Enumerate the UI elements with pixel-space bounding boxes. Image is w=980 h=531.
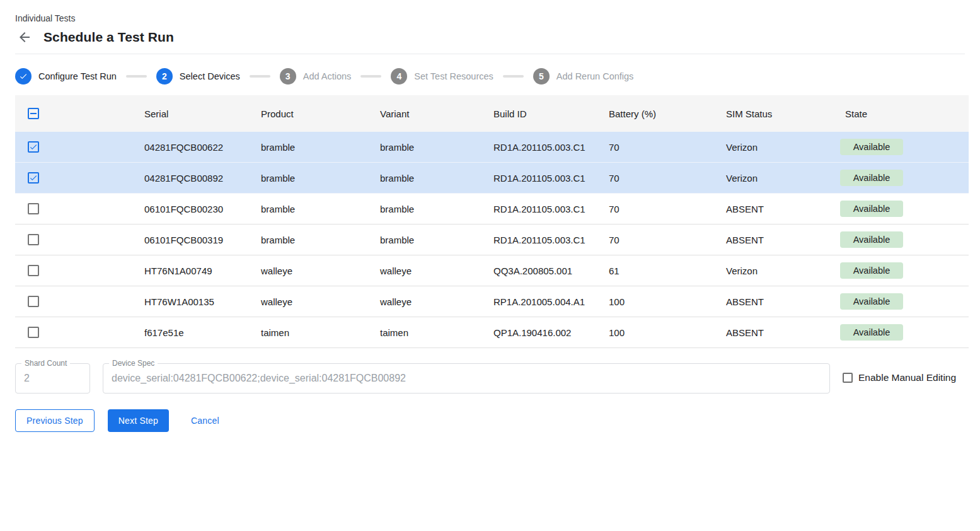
cell-sim-status: ABSENT xyxy=(726,235,845,245)
device-spec-value: device_serial:04281FQCB00622;device_seri… xyxy=(103,373,414,384)
cell-build-id: RP1A.201005.004.A1 xyxy=(493,296,609,307)
cell-sim-status: Verizon xyxy=(726,266,845,276)
state-badge: Available xyxy=(840,170,903,186)
cell-product: walleye xyxy=(261,266,380,276)
row-checkbox[interactable] xyxy=(28,234,39,245)
cell-serial: f617e51e xyxy=(144,327,261,338)
row-checkbox[interactable] xyxy=(28,327,39,338)
row-checkbox[interactable] xyxy=(28,172,39,184)
column-header-sim-status: SIM Status xyxy=(726,108,845,119)
step-connector xyxy=(126,75,147,78)
table-row[interactable]: HT76N1A00749 walleye walleye QQ3A.200805… xyxy=(15,255,969,286)
next-step-button[interactable]: Next Step xyxy=(108,409,169,432)
step-add-actions[interactable]: 3 Add Actions xyxy=(280,68,352,85)
step-connector xyxy=(360,75,381,78)
cell-battery: 70 xyxy=(609,204,726,214)
step-add-rerun-configs[interactable]: 5 Add Rerun Configs xyxy=(533,68,634,85)
enable-manual-editing-toggle[interactable]: Enable Manual Editing xyxy=(843,372,956,383)
cell-battery: 70 xyxy=(609,142,726,153)
table-row[interactable]: 04281FQCB00892 bramble bramble RD1A.2011… xyxy=(15,163,969,194)
step-number-circle: 2 xyxy=(156,68,173,85)
step-label: Set Test Resources xyxy=(414,71,493,81)
cell-sim-status: ABSENT xyxy=(726,296,845,307)
step-label: Select Devices xyxy=(180,71,240,81)
table-row[interactable]: f617e51e taimen taimen QP1A.190416.002 1… xyxy=(15,317,969,348)
step-connector xyxy=(503,75,524,78)
shard-count-label: Shard Count xyxy=(21,359,70,368)
shard-count-value: 2 xyxy=(16,373,38,384)
cell-product: bramble xyxy=(261,142,380,153)
enable-manual-editing-label: Enable Manual Editing xyxy=(858,372,956,383)
cell-product: bramble xyxy=(261,173,380,184)
cell-variant: bramble xyxy=(380,173,493,184)
table-row[interactable]: HT76W1A00135 walleye walleye RP1A.201005… xyxy=(15,286,969,317)
step-label: Add Rerun Configs xyxy=(556,71,634,81)
table-body: 04281FQCB00622 bramble bramble RD1A.2011… xyxy=(15,132,969,348)
step-configure-test-run[interactable]: Configure Test Run xyxy=(15,68,117,85)
table-row[interactable]: 04281FQCB00622 bramble bramble RD1A.2011… xyxy=(15,132,969,163)
cell-sim-status: ABSENT xyxy=(726,327,845,338)
cell-battery: 100 xyxy=(609,296,726,307)
cell-serial: 06101FQCB00319 xyxy=(144,235,261,245)
step-completed-circle xyxy=(15,68,32,85)
state-badge: Available xyxy=(840,293,903,310)
step-label: Configure Test Run xyxy=(38,71,117,81)
cell-battery: 61 xyxy=(609,266,726,276)
step-label: Add Actions xyxy=(303,71,352,81)
state-badge: Available xyxy=(840,262,903,279)
page-title: Schedule a Test Run xyxy=(43,30,174,45)
cell-sim-status: Verizon xyxy=(726,173,845,184)
cell-product: bramble xyxy=(261,204,380,214)
row-checkbox[interactable] xyxy=(28,141,39,153)
step-number-circle: 4 xyxy=(391,68,407,85)
cell-battery: 70 xyxy=(609,173,726,184)
arrow-back-icon xyxy=(17,30,32,45)
header-divider xyxy=(15,54,965,54)
step-number-circle: 5 xyxy=(533,68,550,85)
check-icon xyxy=(19,72,28,81)
step-number-circle: 3 xyxy=(280,68,296,85)
stepper: Configure Test Run 2 Select Devices 3 Ad… xyxy=(15,68,980,85)
row-checkbox[interactable] xyxy=(28,296,39,307)
cell-serial: HT76W1A00135 xyxy=(144,296,261,307)
step-select-devices[interactable]: 2 Select Devices xyxy=(156,68,240,85)
cell-variant: walleye xyxy=(380,296,493,307)
previous-step-button[interactable]: Previous Step xyxy=(15,409,95,432)
column-header-build-id: Build ID xyxy=(493,108,609,119)
select-all-checkbox[interactable] xyxy=(28,108,39,119)
row-checkbox[interactable] xyxy=(28,265,39,276)
shard-count-field[interactable]: Shard Count 2 xyxy=(15,363,90,394)
device-spec-field[interactable]: Device Spec device_serial:04281FQCB00622… xyxy=(103,363,830,394)
wizard-actions: Previous Step Next Step Cancel xyxy=(15,409,980,432)
cell-variant: bramble xyxy=(380,235,493,245)
device-table: Serial Product Variant Build ID Battery … xyxy=(15,95,969,348)
cell-build-id: RD1A.201105.003.C1 xyxy=(493,173,609,184)
state-badge: Available xyxy=(840,324,903,341)
cell-product: bramble xyxy=(261,235,380,245)
cancel-button[interactable]: Cancel xyxy=(186,409,224,432)
cell-sim-status: ABSENT xyxy=(726,204,845,214)
cell-build-id: RD1A.201105.003.C1 xyxy=(493,142,609,153)
cell-build-id: RD1A.201105.003.C1 xyxy=(493,235,609,245)
column-header-battery: Battery (%) xyxy=(609,108,726,119)
device-spec-label: Device Spec xyxy=(109,359,158,368)
state-badge: Available xyxy=(840,139,903,155)
cell-build-id: QP1A.190416.002 xyxy=(493,327,609,338)
back-button[interactable] xyxy=(17,30,32,45)
cell-variant: bramble xyxy=(380,204,493,214)
enable-manual-editing-checkbox[interactable] xyxy=(843,373,853,383)
step-set-test-resources[interactable]: 4 Set Test Resources xyxy=(391,68,493,85)
table-row[interactable]: 06101FQCB00319 bramble bramble RD1A.2011… xyxy=(15,225,969,255)
cell-battery: 70 xyxy=(609,235,726,245)
schedule-test-run-page: Individual Tests Schedule a Test Run Con… xyxy=(0,0,980,531)
device-spec-form: Shard Count 2 Device Spec device_serial:… xyxy=(15,363,969,394)
table-row[interactable]: 06101FQCB00230 bramble bramble RD1A.2011… xyxy=(15,194,969,225)
cell-product: taimen xyxy=(261,327,380,338)
row-checkbox[interactable] xyxy=(28,203,39,214)
state-badge: Available xyxy=(840,231,903,248)
column-header-product: Product xyxy=(261,108,380,119)
page-header: Individual Tests Schedule a Test Run xyxy=(0,0,980,54)
cell-serial: 04281FQCB00892 xyxy=(144,173,261,184)
cell-variant: walleye xyxy=(380,266,493,276)
table-header-row: Serial Product Variant Build ID Battery … xyxy=(15,95,969,132)
